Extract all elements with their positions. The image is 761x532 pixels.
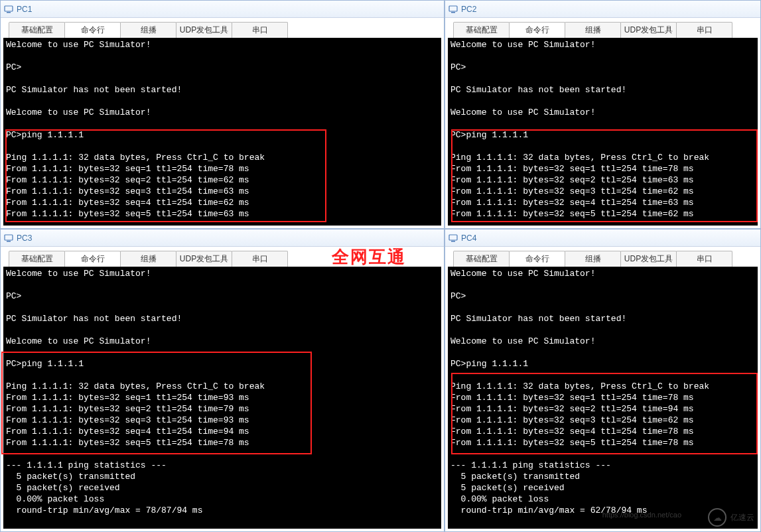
pc4-window: PC4 基础配置 命令行 组播 UDP发包工具 串口 Welcome to us…: [445, 229, 761, 532]
tab-multicast[interactable]: 组播: [120, 251, 176, 267]
tab-cmdline[interactable]: 命令行: [509, 251, 565, 267]
tab-multicast[interactable]: 组播: [565, 22, 621, 38]
svg-rect-1: [7, 12, 11, 13]
tab-serial[interactable]: 串口: [676, 22, 732, 38]
tab-multicast[interactable]: 组播: [120, 22, 176, 38]
pc1-title: PC1: [17, 5, 32, 14]
tab-base-config[interactable]: 基础配置: [9, 251, 65, 267]
svg-rect-4: [5, 235, 13, 240]
watermark-url: https://blog.csdn.net/cao: [602, 511, 681, 519]
tab-cmdline[interactable]: 命令行: [64, 22, 121, 38]
pc1-window: PC1 基础配置 命令行 组播 UDP发包工具 串口 Welcome to us…: [0, 0, 445, 229]
tab-serial[interactable]: 串口: [232, 22, 288, 38]
tab-cmdline[interactable]: 命令行: [64, 251, 121, 267]
cloud-icon: ☁: [708, 508, 726, 527]
tab-cmdline[interactable]: 命令行: [509, 22, 565, 38]
pc3-window: PC3 基础配置 命令行 组播 UDP发包工具 串口 Welcome to us…: [0, 229, 445, 532]
svg-rect-0: [5, 6, 13, 11]
pc2-title: PC2: [461, 5, 476, 14]
watermark-brand: 亿速云: [730, 512, 754, 523]
tab-base-config[interactable]: 基础配置: [453, 251, 510, 267]
pc3-titlebar[interactable]: PC3: [1, 230, 444, 247]
tab-base-config[interactable]: 基础配置: [453, 22, 510, 38]
pc3-terminal[interactable]: Welcome to use PC Simulator! PC> PC Simu…: [3, 267, 441, 529]
pc2-window: PC2 基础配置 命令行 组播 UDP发包工具 串口 Welcome to us…: [445, 0, 761, 229]
pc-icon: [448, 4, 458, 15]
tab-serial[interactable]: 串口: [232, 251, 288, 267]
pc3-title: PC3: [17, 233, 32, 243]
pc4-terminal[interactable]: Welcome to use PC Simulator! PC> PC Simu…: [448, 267, 758, 529]
pc4-tabbar: 基础配置 命令行 组播 UDP发包工具 串口: [445, 247, 760, 267]
svg-rect-5: [7, 241, 11, 242]
watermark: ☁ 亿速云: [708, 508, 754, 527]
pc2-terminal[interactable]: Welcome to use PC Simulator! PC> PC Simu…: [448, 38, 758, 226]
tab-multicast[interactable]: 组播: [565, 251, 621, 267]
pc-icon: [3, 4, 14, 15]
pc4-titlebar[interactable]: PC4: [445, 230, 760, 247]
tab-udp-tool[interactable]: UDP发包工具: [620, 22, 677, 38]
svg-rect-6: [449, 235, 457, 240]
tab-udp-tool[interactable]: UDP发包工具: [176, 251, 232, 267]
pc1-titlebar[interactable]: PC1: [1, 1, 444, 18]
pc4-title: PC4: [461, 233, 476, 243]
svg-rect-3: [451, 12, 455, 13]
svg-rect-7: [451, 241, 455, 242]
pc1-tabbar: 基础配置 命令行 组播 UDP发包工具 串口: [1, 18, 444, 38]
pc-icon: [3, 233, 14, 243]
tab-serial[interactable]: 串口: [676, 251, 732, 267]
tab-udp-tool[interactable]: UDP发包工具: [620, 251, 677, 267]
annotation-label: 全网互通: [332, 245, 406, 269]
pc2-tabbar: 基础配置 命令行 组播 UDP发包工具 串口: [445, 18, 760, 38]
pc2-titlebar[interactable]: PC2: [445, 1, 760, 18]
svg-rect-2: [449, 6, 457, 11]
pc-icon: [448, 233, 458, 243]
pc1-terminal[interactable]: Welcome to use PC Simulator! PC> PC Simu…: [3, 38, 441, 226]
tab-udp-tool[interactable]: UDP发包工具: [176, 22, 232, 38]
tab-base-config[interactable]: 基础配置: [9, 22, 65, 38]
